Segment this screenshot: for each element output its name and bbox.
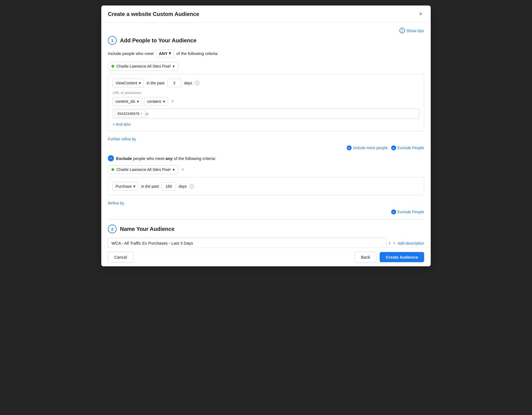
people-who-meet: people who meet (132, 156, 166, 161)
event-label: ViewContent (116, 81, 137, 85)
cancel-button[interactable]: Cancel (108, 252, 133, 262)
exclude-pixel-name: Charlie Lawrance All Sites Pixel (116, 167, 170, 172)
exclude-word: Exclude (116, 156, 132, 161)
modal-footer: Cancel Back Create Audience (101, 248, 431, 266)
value-remove-icon[interactable]: × (141, 112, 143, 116)
exclude-pixel-remove-button[interactable]: × (180, 167, 185, 173)
include-more-label: Include more people (353, 146, 388, 150)
modal-body: i Show tips 1 Add People to Your Audienc… (101, 22, 431, 248)
bottom-exclude-label: Exclude People (397, 210, 424, 214)
criteria-box: ViewContent ▾ in the past days i URL or … (108, 74, 424, 131)
clear-name-button[interactable]: × (393, 241, 395, 246)
name-section: 2 Name Your Audience 6 × Add description (108, 225, 424, 248)
action-row: + Include more people − Exclude People (108, 145, 424, 150)
exclude-text: Exclude people who meet any of the follo… (116, 156, 216, 161)
back-button[interactable]: Back (355, 252, 376, 262)
exclude-people-label: Exclude People (397, 146, 424, 150)
exclude-people-button[interactable]: − Exclude People (391, 145, 424, 150)
exclude-section: − Exclude people who meet any of the fol… (108, 155, 424, 214)
exclude-pixel-chevron-icon: ▾ (173, 167, 175, 172)
exclude-header-icon: − (108, 155, 114, 161)
exclude-event-label: Purchase (116, 184, 132, 189)
show-tips-row: i Show tips (108, 28, 424, 33)
exclude-days-label: days (179, 184, 187, 189)
section1-header: 1 Add People to Your Audience (108, 36, 424, 45)
include-more-button[interactable]: + Include more people (347, 145, 388, 150)
section2-header: 2 Name Your Audience (108, 225, 424, 233)
any-chevron-icon: ▾ (169, 51, 171, 56)
audience-name-input[interactable] (108, 238, 387, 248)
event-dropdown[interactable]: ViewContent ▾ (113, 79, 144, 87)
create-audience-button[interactable]: Create Audience (380, 252, 424, 262)
exclude-action-row: − Exclude People (108, 209, 424, 214)
name-input-row: 6 × Add description (108, 238, 424, 248)
modal-overlay: Create a website Custom Audience × i Sho… (0, 0, 532, 415)
criteria-row: ViewContent ▾ in the past days i (113, 79, 419, 87)
exclude-header: − Exclude people who meet any of the fol… (108, 155, 424, 161)
pixel-chevron-icon: ▾ (173, 64, 175, 68)
exclude-days-input[interactable] (162, 182, 176, 190)
pixel-status-dot (111, 65, 114, 68)
any-label: ANY (159, 51, 168, 56)
exclude-pixel-row: Charlie Lawrance All Sites Pixel ▾ × (108, 165, 424, 174)
pixel-selector[interactable]: Charlie Lawrance All Sites Pixel ▾ (108, 62, 178, 71)
exclude-pixel-selector[interactable]: Charlie Lawrance All Sites Pixel ▾ (108, 165, 178, 174)
bottom-exclude-icon: − (391, 209, 396, 214)
include-plus-icon: + (347, 145, 352, 150)
section1-title: Add People to Your Audience (120, 37, 197, 44)
info-circle-icon: i (399, 28, 405, 33)
exclude-in-past: in the past (141, 184, 159, 189)
include-text-before: Include people who meet (108, 51, 154, 56)
pixel-name: Charlie Lawrance All Sites Pixel (116, 64, 170, 68)
further-refine-link[interactable]: Further refine by (108, 137, 136, 141)
url-param-label: URL or parameter: (113, 91, 419, 95)
param-remove-button[interactable]: × (170, 98, 175, 104)
show-tips-link[interactable]: i Show tips (399, 28, 424, 33)
show-tips-label: Show tips (406, 28, 424, 33)
or-input[interactable] (145, 112, 417, 116)
step2-circle: 2 (108, 225, 117, 233)
refine-link[interactable]: Refine by (108, 201, 124, 205)
contains-chevron-icon: ▾ (163, 99, 165, 104)
close-button[interactable]: × (417, 10, 424, 18)
exclude-criteria-box: Purchase ▾ in the past days i (108, 177, 424, 195)
and-also-link[interactable]: + And also (113, 122, 131, 126)
value-tag: 65432345678 × (115, 110, 145, 117)
days-label: days (184, 81, 192, 85)
step1-circle: 1 (108, 36, 117, 45)
any-dropdown[interactable]: ANY ▾ (156, 49, 174, 57)
param-dropdown[interactable]: content_ids ▾ (113, 97, 142, 106)
param-row: content_ids ▾ contains ▾ × (113, 97, 419, 106)
param-chevron-icon: ▾ (137, 99, 139, 104)
info-icon[interactable]: i (195, 81, 199, 85)
char-count: 6 (389, 241, 391, 245)
include-row: Include people who meet ANY ▾ of the fol… (108, 49, 424, 57)
param-label: content_ids (116, 99, 135, 104)
exclude-event-chevron-icon: ▾ (133, 184, 135, 189)
contains-label: contains (147, 99, 161, 104)
contains-dropdown[interactable]: contains ▾ (144, 97, 168, 106)
in-past-text: in the past (147, 81, 164, 85)
value-text: 65432345678 (117, 112, 139, 116)
modal: Create a website Custom Audience × i Sho… (101, 5, 431, 266)
exclude-event-dropdown[interactable]: Purchase ▾ (113, 182, 138, 191)
exclude-pixel-dot (111, 168, 114, 171)
exclude-info-icon[interactable]: i (189, 184, 194, 189)
add-description-link[interactable]: Add description (397, 241, 424, 245)
modal-title: Create a website Custom Audience (108, 11, 199, 17)
bottom-exclude-button[interactable]: − Exclude People (391, 209, 424, 214)
exclude-criteria-row: Purchase ▾ in the past days i (113, 182, 419, 191)
days-input[interactable] (167, 79, 181, 87)
section-divider (108, 219, 424, 220)
section2-title: Name Your Audience (120, 226, 175, 232)
exclude-minus-icon: − (391, 145, 396, 150)
modal-header: Create a website Custom Audience × (101, 5, 431, 22)
any-word: any (166, 156, 173, 161)
of-following: of the following criteria: (173, 156, 216, 161)
footer-right: Back Create Audience (355, 252, 424, 262)
include-text-after: of the following criteria: (176, 51, 218, 56)
value-input-container[interactable]: 65432345678 × (113, 109, 419, 119)
event-chevron-icon: ▾ (139, 81, 141, 85)
